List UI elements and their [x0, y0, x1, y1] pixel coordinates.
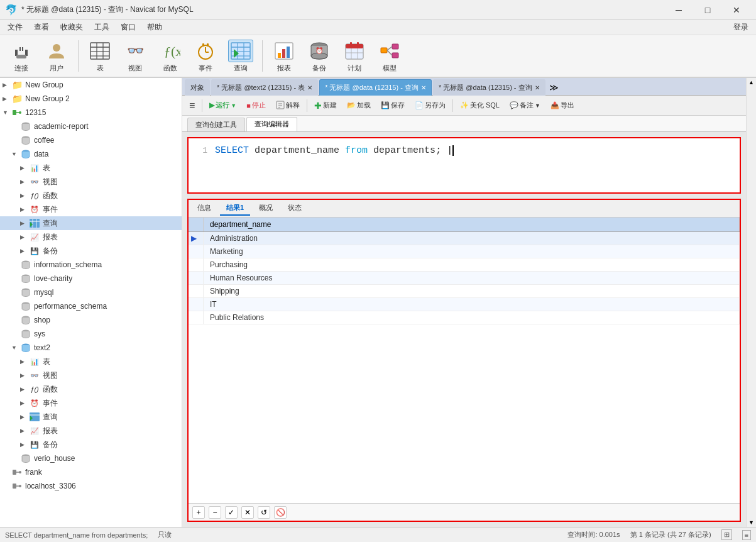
sidebar-item-text2-event[interactable]: ▶ ⏰ 事件 [0, 396, 182, 410]
saveas-button[interactable]: 📄 另存为 [410, 98, 450, 113]
tab-close-icon[interactable]: ✕ [535, 84, 540, 91]
report-icon[interactable] [271, 40, 297, 62]
results-tab-status[interactable]: 状态 [282, 201, 308, 216]
tool-connect[interactable]: 连接 [5, 40, 38, 73]
table-icon[interactable] [87, 40, 112, 62]
cancel-button[interactable]: ✕ [241, 506, 254, 519]
table-row[interactable]: Shipping [189, 285, 740, 298]
menu-view[interactable]: 查看 [29, 21, 54, 34]
tool-model[interactable]: 模型 [373, 40, 406, 73]
sidebar-item-new-group[interactable]: ▶ 📁 New Group [0, 78, 182, 92]
tab-text2-table[interactable]: * 无标题 @text2 (12315) - 表 ✕ [211, 79, 318, 96]
sidebar-item-data[interactable]: ▼ data [0, 147, 182, 161]
sidebar-item-academic-report[interactable]: academic-report [0, 119, 182, 133]
tab-close-icon[interactable]: ✕ [421, 84, 426, 91]
explain-button[interactable]: 解释 [271, 98, 304, 113]
sidebar-item-text2-backup[interactable]: ▶ 💾 备份 [0, 438, 182, 451]
hamburger-button[interactable]: ≡ [185, 98, 199, 113]
right-scrollbar[interactable]: ▲ ▼ [746, 78, 756, 527]
tool-function[interactable]: ƒ(x) 函数 [154, 40, 187, 73]
load-button[interactable]: 📂 加载 [342, 98, 375, 113]
sidebar-item-localhost[interactable]: localhost_3306 [0, 479, 182, 493]
sidebar-item-coffee[interactable]: coffee [0, 133, 182, 147]
table-row[interactable]: Marketing [189, 245, 740, 258]
table-row[interactable]: Public Relations [189, 311, 740, 324]
minimize-button[interactable]: ─ [664, 0, 693, 20]
sidebar-item-new-group-2[interactable]: ▶ 📁 New Group 2 [0, 92, 182, 106]
menu-window[interactable]: 窗口 [116, 21, 141, 34]
sidebar-item-text2-view[interactable]: ▶ 👓 视图 [0, 368, 182, 382]
run-button[interactable]: ▶ 运行 ▼ [205, 98, 241, 113]
sidebar-item-12315[interactable]: ▼ 12315 [0, 106, 182, 119]
sidebar-item-text2-function[interactable]: ▶ ƒ() 函数 [0, 382, 182, 396]
tool-event[interactable]: 事件 [189, 40, 222, 73]
confirm-button[interactable]: ✓ [225, 506, 238, 519]
view-icon[interactable]: 👓 [123, 40, 148, 62]
menu-tools[interactable]: 工具 [89, 21, 114, 34]
stop-button[interactable]: ■ 停止 [242, 98, 270, 113]
sidebar-item-data-query[interactable]: ▶ 查询 [0, 216, 182, 230]
beautify-button[interactable]: ✨ 美化 SQL [456, 98, 504, 113]
tab-overflow-button[interactable]: ≫ [547, 79, 562, 96]
tab-data-query-2[interactable]: * 无标题 @data (12315) - 查询 ✕ [433, 79, 545, 96]
tool-table[interactable]: 表 [84, 40, 116, 73]
sidebar-item-text2-table[interactable]: ▶ 📊 表 [0, 355, 182, 368]
tab-object[interactable]: 对象 [185, 79, 210, 96]
stop-results-button[interactable]: 🚫 [274, 506, 287, 519]
sidebar-item-data-view[interactable]: ▶ 👓 视图 [0, 175, 182, 189]
sidebar-item-performance-schema[interactable]: performance_schema [0, 299, 182, 313]
sidebar-item-data-report[interactable]: ▶ 📈 报表 [0, 230, 182, 244]
sidebar-item-shop[interactable]: shop [0, 313, 182, 327]
tab-close-icon[interactable]: ✕ [307, 84, 312, 91]
sub-tab-query-builder[interactable]: 查询创建工具 [187, 118, 245, 131]
table-row[interactable]: Purchasing [189, 258, 740, 272]
sql-editor[interactable]: 1 SELECT department_name from department… [189, 138, 740, 182]
sidebar-item-data-backup[interactable]: ▶ 💾 备份 [0, 244, 182, 258]
backup-icon[interactable]: ⏰ [307, 40, 332, 62]
sidebar-item-frank[interactable]: frank [0, 465, 182, 479]
tool-report[interactable]: 报表 [268, 40, 300, 73]
menu-favorites[interactable]: 收藏夹 [55, 21, 88, 34]
tab-data-query-1[interactable]: * 无标题 @data (12315) - 查询 ✕ [319, 79, 432, 96]
schedule-icon[interactable] [342, 40, 367, 62]
delete-row-button[interactable]: − [209, 506, 221, 519]
close-button[interactable]: ✕ [722, 0, 751, 20]
sidebar-item-data-function[interactable]: ▶ ƒ() 函数 [0, 189, 182, 202]
table-row[interactable]: ▶Administration [189, 232, 740, 245]
tool-user[interactable]: 用户 [40, 40, 73, 73]
sidebar-item-data-table[interactable]: ▶ 📊 表 [0, 161, 182, 175]
tool-backup[interactable]: ⏰ 备份 [303, 40, 336, 73]
sidebar-item-verio-house[interactable]: verio_house [0, 451, 182, 465]
user-icon[interactable] [44, 40, 69, 62]
tool-schedule[interactable]: 计划 [338, 40, 371, 73]
event-icon[interactable] [193, 40, 218, 62]
tool-query[interactable]: 查询 [224, 40, 257, 73]
grid-view-icon[interactable]: ⊞ [721, 529, 732, 540]
menu-help[interactable]: 帮助 [142, 21, 167, 34]
maximize-button[interactable]: □ [693, 0, 722, 20]
sidebar-item-data-event[interactable]: ▶ ⏰ 事件 [0, 202, 182, 216]
sidebar-item-text2-report[interactable]: ▶ 📈 报表 [0, 424, 182, 438]
sidebar-item-sys[interactable]: sys [0, 327, 182, 341]
menu-file[interactable]: 文件 [3, 21, 28, 34]
results-tab-info[interactable]: 信息 [191, 201, 217, 216]
list-view-icon[interactable]: ≡ [742, 530, 751, 540]
sidebar-item-text2[interactable]: ▼ text2 [0, 341, 182, 355]
export-button[interactable]: 📤 导出 [546, 98, 579, 113]
sql-content[interactable]: SELECT department_name from departments;… [215, 143, 454, 158]
tool-view[interactable]: 👓 视图 [119, 40, 151, 73]
save-button[interactable]: 💾 保存 [376, 98, 409, 113]
results-tab-profile[interactable]: 概况 [253, 201, 279, 216]
query-icon[interactable] [228, 40, 253, 62]
sidebar-item-mysql[interactable]: mysql [0, 285, 182, 299]
table-row[interactable]: IT [189, 298, 740, 311]
sub-tab-query-editor[interactable]: 查询编辑器 [246, 117, 297, 131]
sidebar-item-love-charity[interactable]: love-charity [0, 272, 182, 285]
function-icon[interactable]: ƒ(x) [158, 40, 183, 62]
add-row-button[interactable]: + [192, 506, 205, 519]
model-icon[interactable] [377, 40, 402, 62]
refresh-button[interactable]: ↺ [258, 506, 270, 519]
sidebar-item-information-schema[interactable]: information_schema [0, 258, 182, 272]
comment-button[interactable]: 💬 备注 ▼ [505, 98, 545, 113]
sidebar-item-text2-query[interactable]: ▶ 查询 [0, 410, 182, 424]
